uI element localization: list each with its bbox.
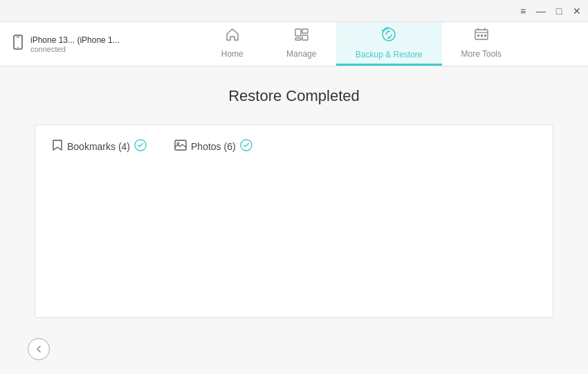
bookmarks-label: Bookmarks (4) [67, 141, 130, 152]
svg-rect-12 [477, 35, 479, 37]
tab-manage[interactable]: Manage [267, 22, 336, 66]
manage-icon [294, 27, 309, 46]
photos-check-icon [240, 139, 252, 154]
tab-home-label: Home [221, 49, 244, 59]
svg-point-7 [383, 28, 395, 41]
nav-bar: iPhone 13... (iPhone 1... connected Home [0, 22, 588, 66]
minimize-button[interactable]: — [535, 6, 546, 17]
svg-point-2 [17, 47, 19, 48]
device-name: iPhone 13... (iPhone 1... [30, 35, 120, 45]
tab-backup-restore-label: Backup & Restore [356, 50, 423, 59]
photos-item: Photos (6) [174, 139, 252, 154]
home-icon [225, 27, 240, 46]
items-row: Bookmarks (4) Photos (6) [52, 139, 536, 154]
nav-tabs: Home Manage [131, 22, 588, 66]
device-status: connected [30, 45, 120, 53]
title-bar: ≡ — □ ✕ [0, 0, 588, 22]
tab-home[interactable]: Home [198, 22, 267, 66]
svg-rect-4 [302, 29, 308, 33]
photos-label: Photos (6) [191, 141, 236, 152]
maximize-button[interactable]: □ [553, 6, 564, 17]
svg-point-17 [177, 142, 179, 144]
svg-rect-3 [295, 29, 301, 36]
main-content: Restore Completed Bookmarks (4) [0, 66, 588, 374]
bookmark-icon [52, 139, 63, 154]
page-title: Restore Completed [228, 87, 360, 105]
back-button[interactable] [28, 338, 50, 360]
svg-rect-14 [484, 35, 486, 37]
bookmarks-item: Bookmarks (4) [52, 139, 147, 154]
backup-restore-icon [380, 26, 397, 47]
device-text: iPhone 13... (iPhone 1... connected [30, 35, 120, 53]
tab-more-tools[interactable]: More Tools [442, 22, 521, 66]
tab-more-tools-label: More Tools [461, 49, 502, 59]
photo-icon [174, 140, 187, 153]
close-button[interactable]: ✕ [571, 6, 582, 17]
svg-rect-5 [302, 35, 308, 40]
device-info: iPhone 13... (iPhone 1... connected [0, 22, 131, 66]
svg-rect-16 [175, 140, 186, 150]
content-box: Bookmarks (4) Photos (6) [35, 124, 553, 318]
bookmarks-check-icon [134, 139, 147, 154]
tab-backup-restore[interactable]: Backup & Restore [336, 22, 442, 66]
more-tools-icon [474, 27, 489, 46]
device-icon [11, 35, 25, 53]
tab-manage-label: Manage [286, 49, 316, 59]
window-controls: ≡ — □ ✕ [517, 6, 582, 17]
menu-button[interactable]: ≡ [517, 6, 529, 17]
svg-rect-13 [481, 35, 483, 37]
svg-rect-6 [295, 38, 301, 40]
